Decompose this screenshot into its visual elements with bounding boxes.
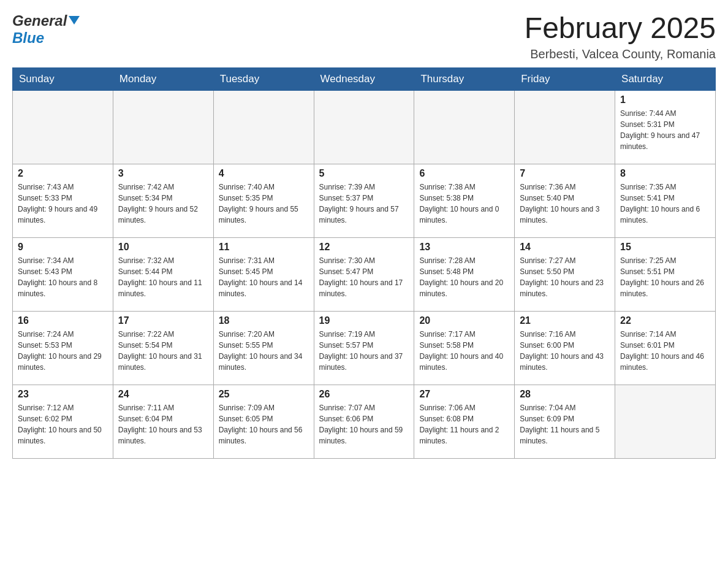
calendar-day-cell: 3Sunrise: 7:42 AM Sunset: 5:34 PM Daylig… <box>113 164 213 237</box>
day-of-week-header: Tuesday <box>213 67 314 90</box>
day-number: 25 <box>219 389 309 400</box>
day-number: 5 <box>319 168 409 179</box>
calendar-week-row: 2Sunrise: 7:43 AM Sunset: 5:33 PM Daylig… <box>13 164 716 237</box>
calendar-day-cell: 19Sunrise: 7:19 AM Sunset: 5:57 PM Dayli… <box>314 311 414 385</box>
day-info: Sunrise: 7:20 AM Sunset: 5:55 PM Dayligh… <box>219 329 309 373</box>
calendar-day-cell: 27Sunrise: 7:06 AM Sunset: 6:08 PM Dayli… <box>414 385 515 458</box>
day-info: Sunrise: 7:25 AM Sunset: 5:51 PM Dayligh… <box>620 255 710 299</box>
day-number: 13 <box>419 242 509 253</box>
day-number: 11 <box>219 242 309 253</box>
calendar-day-cell: 15Sunrise: 7:25 AM Sunset: 5:51 PM Dayli… <box>615 237 716 311</box>
calendar-day-cell: 22Sunrise: 7:14 AM Sunset: 6:01 PM Dayli… <box>615 311 716 385</box>
day-info: Sunrise: 7:09 AM Sunset: 6:05 PM Dayligh… <box>219 402 309 446</box>
day-number: 7 <box>520 168 610 179</box>
day-number: 2 <box>18 168 108 179</box>
calendar-day-cell: 9Sunrise: 7:34 AM Sunset: 5:43 PM Daylig… <box>13 237 113 311</box>
calendar-day-cell: 2Sunrise: 7:43 AM Sunset: 5:33 PM Daylig… <box>13 164 113 237</box>
calendar-day-cell: 28Sunrise: 7:04 AM Sunset: 6:09 PM Dayli… <box>515 385 615 458</box>
page-header: General Blue February 2025 Berbesti, Val… <box>12 12 716 61</box>
day-number: 10 <box>118 242 208 253</box>
day-number: 9 <box>18 242 108 253</box>
calendar-header-row: SundayMondayTuesdayWednesdayThursdayFrid… <box>13 67 716 90</box>
day-number: 23 <box>18 389 108 400</box>
day-info: Sunrise: 7:24 AM Sunset: 5:53 PM Dayligh… <box>18 329 108 373</box>
day-number: 6 <box>419 168 509 179</box>
calendar-day-cell: 16Sunrise: 7:24 AM Sunset: 5:53 PM Dayli… <box>13 311 113 385</box>
day-info: Sunrise: 7:38 AM Sunset: 5:38 PM Dayligh… <box>419 182 509 226</box>
calendar-day-cell: 14Sunrise: 7:27 AM Sunset: 5:50 PM Dayli… <box>515 237 615 311</box>
day-number: 28 <box>520 389 610 400</box>
day-info: Sunrise: 7:30 AM Sunset: 5:47 PM Dayligh… <box>319 255 409 299</box>
day-number: 17 <box>118 315 208 326</box>
day-info: Sunrise: 7:04 AM Sunset: 6:09 PM Dayligh… <box>520 402 610 446</box>
day-number: 4 <box>219 168 309 179</box>
calendar-day-cell: 5Sunrise: 7:39 AM Sunset: 5:37 PM Daylig… <box>314 164 414 237</box>
day-number: 21 <box>520 315 610 326</box>
calendar-day-cell <box>414 90 515 164</box>
day-number: 18 <box>219 315 309 326</box>
logo-general-text: General <box>12 12 67 29</box>
calendar-day-cell: 25Sunrise: 7:09 AM Sunset: 6:05 PM Dayli… <box>213 385 314 458</box>
day-number: 16 <box>18 315 108 326</box>
svg-marker-0 <box>69 16 80 25</box>
day-info: Sunrise: 7:28 AM Sunset: 5:48 PM Dayligh… <box>419 255 509 299</box>
day-info: Sunrise: 7:39 AM Sunset: 5:37 PM Dayligh… <box>319 182 409 226</box>
calendar-day-cell: 17Sunrise: 7:22 AM Sunset: 5:54 PM Dayli… <box>113 311 213 385</box>
calendar-week-row: 9Sunrise: 7:34 AM Sunset: 5:43 PM Daylig… <box>13 237 716 311</box>
calendar-day-cell: 7Sunrise: 7:36 AM Sunset: 5:40 PM Daylig… <box>515 164 615 237</box>
calendar-day-cell <box>213 90 314 164</box>
calendar-day-cell: 26Sunrise: 7:07 AM Sunset: 6:06 PM Dayli… <box>314 385 414 458</box>
calendar-day-cell: 4Sunrise: 7:40 AM Sunset: 5:35 PM Daylig… <box>213 164 314 237</box>
calendar-day-cell <box>13 90 113 164</box>
logo-blue-text: Blue <box>12 29 44 46</box>
day-info: Sunrise: 7:14 AM Sunset: 6:01 PM Dayligh… <box>620 329 710 373</box>
day-of-week-header: Friday <box>515 67 615 90</box>
day-number: 27 <box>419 389 509 400</box>
day-info: Sunrise: 7:17 AM Sunset: 5:58 PM Dayligh… <box>419 329 509 373</box>
day-info: Sunrise: 7:31 AM Sunset: 5:45 PM Dayligh… <box>219 255 309 299</box>
day-info: Sunrise: 7:12 AM Sunset: 6:02 PM Dayligh… <box>18 402 108 446</box>
day-of-week-header: Wednesday <box>314 67 414 90</box>
day-number: 8 <box>620 168 710 179</box>
day-info: Sunrise: 7:43 AM Sunset: 5:33 PM Dayligh… <box>18 182 108 226</box>
title-block: February 2025 Berbesti, Valcea County, R… <box>525 12 716 61</box>
day-number: 20 <box>419 315 509 326</box>
calendar-day-cell: 10Sunrise: 7:32 AM Sunset: 5:44 PM Dayli… <box>113 237 213 311</box>
day-of-week-header: Monday <box>113 67 213 90</box>
location-subtitle: Berbesti, Valcea County, Romania <box>525 47 716 61</box>
day-info: Sunrise: 7:44 AM Sunset: 5:31 PM Dayligh… <box>620 108 710 152</box>
calendar-day-cell <box>113 90 213 164</box>
calendar-table: SundayMondayTuesdayWednesdayThursdayFrid… <box>12 67 716 459</box>
day-info: Sunrise: 7:06 AM Sunset: 6:08 PM Dayligh… <box>419 402 509 446</box>
logo-arrow-icon <box>69 16 80 27</box>
day-of-week-header: Thursday <box>414 67 515 90</box>
calendar-day-cell: 13Sunrise: 7:28 AM Sunset: 5:48 PM Dayli… <box>414 237 515 311</box>
calendar-day-cell: 24Sunrise: 7:11 AM Sunset: 6:04 PM Dayli… <box>113 385 213 458</box>
day-number: 14 <box>520 242 610 253</box>
calendar-day-cell: 6Sunrise: 7:38 AM Sunset: 5:38 PM Daylig… <box>414 164 515 237</box>
day-number: 3 <box>118 168 208 179</box>
day-number: 12 <box>319 242 409 253</box>
calendar-day-cell: 1Sunrise: 7:44 AM Sunset: 5:31 PM Daylig… <box>615 90 716 164</box>
day-info: Sunrise: 7:11 AM Sunset: 6:04 PM Dayligh… <box>118 402 208 446</box>
calendar-week-row: 1Sunrise: 7:44 AM Sunset: 5:31 PM Daylig… <box>13 90 716 164</box>
calendar-week-row: 16Sunrise: 7:24 AM Sunset: 5:53 PM Dayli… <box>13 311 716 385</box>
day-info: Sunrise: 7:22 AM Sunset: 5:54 PM Dayligh… <box>118 329 208 373</box>
day-info: Sunrise: 7:36 AM Sunset: 5:40 PM Dayligh… <box>520 182 610 226</box>
day-info: Sunrise: 7:27 AM Sunset: 5:50 PM Dayligh… <box>520 255 610 299</box>
day-info: Sunrise: 7:32 AM Sunset: 5:44 PM Dayligh… <box>118 255 208 299</box>
logo: General Blue <box>12 12 80 47</box>
day-info: Sunrise: 7:16 AM Sunset: 6:00 PM Dayligh… <box>520 329 610 373</box>
day-number: 26 <box>319 389 409 400</box>
day-of-week-header: Saturday <box>615 67 716 90</box>
day-info: Sunrise: 7:35 AM Sunset: 5:41 PM Dayligh… <box>620 182 710 226</box>
day-of-week-header: Sunday <box>13 67 113 90</box>
calendar-day-cell: 12Sunrise: 7:30 AM Sunset: 5:47 PM Dayli… <box>314 237 414 311</box>
day-info: Sunrise: 7:42 AM Sunset: 5:34 PM Dayligh… <box>118 182 208 226</box>
calendar-day-cell: 20Sunrise: 7:17 AM Sunset: 5:58 PM Dayli… <box>414 311 515 385</box>
day-number: 24 <box>118 389 208 400</box>
calendar-day-cell <box>314 90 414 164</box>
calendar-week-row: 23Sunrise: 7:12 AM Sunset: 6:02 PM Dayli… <box>13 385 716 458</box>
day-number: 19 <box>319 315 409 326</box>
calendar-day-cell: 11Sunrise: 7:31 AM Sunset: 5:45 PM Dayli… <box>213 237 314 311</box>
